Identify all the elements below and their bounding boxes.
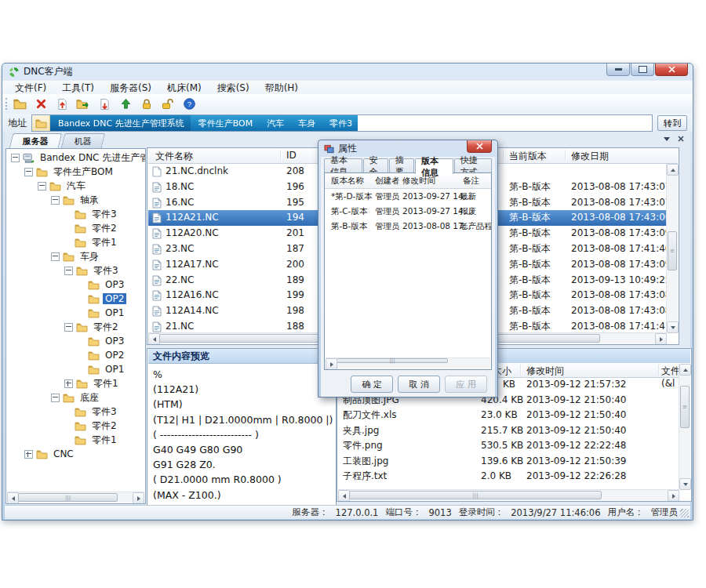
breadcrumb-segment[interactable]: Bandex DNC 先进生产管理系统 — [50, 115, 197, 131]
scrollbar-thumb[interactable]: ||| — [18, 493, 118, 502]
chevron-down-icon[interactable] — [664, 137, 670, 141]
tree-item[interactable]: 零件2 — [6, 419, 145, 433]
tree-item[interactable]: 底座 — [6, 390, 145, 405]
menu-item[interactable]: 帮助(H) — [257, 81, 306, 96]
column-id[interactable]: ID — [286, 150, 297, 161]
column-divider[interactable] — [565, 150, 566, 162]
scroll-up-icon[interactable] — [667, 164, 679, 176]
tree-item[interactable]: 零件3 — [6, 207, 145, 221]
help-button[interactable]: ? — [181, 96, 197, 112]
column-current-version[interactable]: 当前版本 — [509, 150, 547, 163]
go-button[interactable]: 转到 — [657, 115, 687, 131]
view-tab-machine[interactable]: 机器 — [61, 133, 106, 148]
breadcrumb-segment[interactable]: 零件生产BOM — [191, 115, 266, 131]
menu-item[interactable]: 服务器(S) — [102, 81, 159, 96]
column-file-name[interactable]: 文件名称 — [155, 150, 193, 163]
column-divider[interactable] — [520, 365, 522, 376]
menu-item[interactable]: 工具(T) — [54, 81, 102, 96]
tree-item[interactable]: 零件1 — [6, 235, 145, 249]
dialog-tab[interactable]: 快捷方式 — [454, 158, 493, 173]
scrollbar-thumb[interactable]: ||| — [337, 358, 448, 363]
menu-item[interactable]: 机床(M) — [159, 81, 209, 96]
dialog-horizontal-scrollbar[interactable]: ||| — [326, 358, 490, 368]
tree-collapse-icon[interactable] — [11, 154, 20, 162]
dialog-tab[interactable]: 摘要 — [389, 158, 414, 173]
tree-item[interactable]: CNC — [6, 447, 145, 461]
attachment-row[interactable]: 配刀文件.xls23.0 KB2013-09-12 21:50:40 — [338, 408, 679, 423]
checkout-file-button[interactable] — [96, 96, 112, 112]
version-list-header[interactable]: 版本名称 创建者 修改时间 备注 — [325, 175, 491, 189]
unlock-button[interactable] — [160, 96, 176, 112]
attachments-horizontal-scrollbar[interactable]: ||| — [338, 489, 679, 500]
attachment-row[interactable]: 零件.png530.5 KB2013-09-12 22:22:48 — [338, 438, 679, 454]
dialog-close-button[interactable] — [467, 140, 492, 153]
tree-item[interactable]: Bandex DNC 先进生产管理系统 — [6, 151, 145, 165]
breadcrumb-segment[interactable]: 零件3 — [322, 115, 358, 131]
tree-item[interactable]: 零件1 — [6, 433, 145, 447]
tree-item[interactable]: 汽车 — [6, 179, 145, 193]
tree-collapse-icon[interactable] — [38, 182, 46, 191]
tree-item[interactable]: 车身 — [6, 249, 145, 263]
cancel-button[interactable]: 取 消 — [398, 376, 440, 393]
menu-item[interactable]: 文件(F) — [7, 81, 54, 96]
tree-item[interactable]: OP1 — [6, 362, 145, 376]
tree-item[interactable]: 零件生产BOM — [6, 165, 145, 179]
tree-expand-icon[interactable] — [64, 379, 73, 388]
new-folder-button[interactable] — [12, 96, 27, 112]
tree-collapse-icon[interactable] — [64, 267, 73, 275]
column-version-name[interactable]: 版本名称 — [331, 176, 364, 187]
scrollbar-thumb[interactable]: ≡ — [680, 386, 690, 428]
tree-item[interactable]: OP2 — [6, 292, 145, 306]
address-box[interactable]: Bandex DNC 先进生产管理系统零件生产BOM汽车车身零件3OP2 — [31, 114, 653, 132]
column-creator[interactable]: 创建者 — [375, 176, 400, 187]
column-divider[interactable] — [658, 365, 660, 376]
address-empty-area[interactable] — [358, 115, 652, 131]
file-vertical-scrollbar[interactable]: ≡ — [666, 164, 678, 333]
tree-item[interactable]: OP2 — [6, 348, 145, 362]
scroll-up-icon[interactable] — [679, 364, 691, 376]
column-note[interactable]: 备注 — [463, 176, 479, 187]
tree-item[interactable]: 零件3 — [6, 405, 145, 419]
column-divider[interactable] — [503, 150, 504, 162]
scroll-right-icon[interactable] — [655, 333, 667, 345]
tree-collapse-icon[interactable] — [24, 168, 33, 176]
scroll-left-icon[interactable] — [7, 492, 19, 504]
tree-horizontal-scrollbar[interactable]: ||| — [7, 492, 144, 503]
menu-item[interactable]: 搜索(S) — [209, 81, 257, 96]
tree-item[interactable]: OP3 — [6, 278, 145, 292]
dialog-tab[interactable]: 基本信息 — [324, 158, 362, 173]
delete-button[interactable] — [33, 96, 49, 112]
version-row[interactable]: 第-C-版本管理员2013-09-27 14:...报废 — [325, 204, 491, 219]
attachment-row[interactable]: 夹具.jpg215.7 KB2013-09-12 21:50:40 — [338, 423, 679, 439]
checkin-file-button[interactable] — [54, 96, 70, 112]
attachment-row[interactable]: 子程序.txt2.0 KB2013-09-12 22:26:28 — [338, 469, 679, 485]
tree-item[interactable]: 轴承 — [6, 193, 145, 207]
attachment-row[interactable]: 工装图.jpg139.6 KB2013-09-12 21:50:39 — [338, 454, 679, 470]
close-pane-icon[interactable] — [678, 136, 684, 142]
scroll-right-icon[interactable] — [326, 358, 337, 370]
tree-collapse-icon[interactable] — [64, 323, 73, 332]
lock-button[interactable] — [139, 96, 155, 112]
tree-item[interactable]: 零件2 — [6, 320, 145, 334]
title-bar[interactable]: DNC客户端 — [2, 64, 693, 80]
minimize-button[interactable] — [606, 64, 630, 76]
scroll-left-icon[interactable] — [148, 333, 160, 345]
version-row[interactable]: *第-D-版本管理员2013-09-27 14:...最新 — [325, 189, 491, 204]
tree-item[interactable]: 零件3 — [6, 263, 145, 278]
tree-item[interactable]: OP1 — [6, 306, 145, 320]
tree-item[interactable]: 零件2 — [6, 221, 145, 235]
column-divider[interactable] — [280, 150, 282, 162]
close-button[interactable] — [655, 64, 688, 76]
scroll-down-icon[interactable] — [667, 321, 679, 333]
export-folder-button[interactable] — [75, 96, 91, 112]
tree-expand-icon[interactable] — [24, 450, 33, 459]
upload-button[interactable] — [118, 96, 133, 112]
scrollbar-thumb[interactable]: ||| — [349, 491, 602, 499]
maximize-button[interactable] — [631, 64, 654, 76]
tree-collapse-icon[interactable] — [51, 196, 60, 205]
ok-button[interactable]: 确 定 — [351, 376, 393, 393]
column-modified-date[interactable]: 修改日期 — [571, 150, 609, 163]
scroll-left-icon[interactable] — [338, 490, 350, 502]
dialog-tab[interactable]: 版本信息 — [415, 158, 453, 174]
tree-item[interactable]: 零件1 — [6, 376, 145, 390]
